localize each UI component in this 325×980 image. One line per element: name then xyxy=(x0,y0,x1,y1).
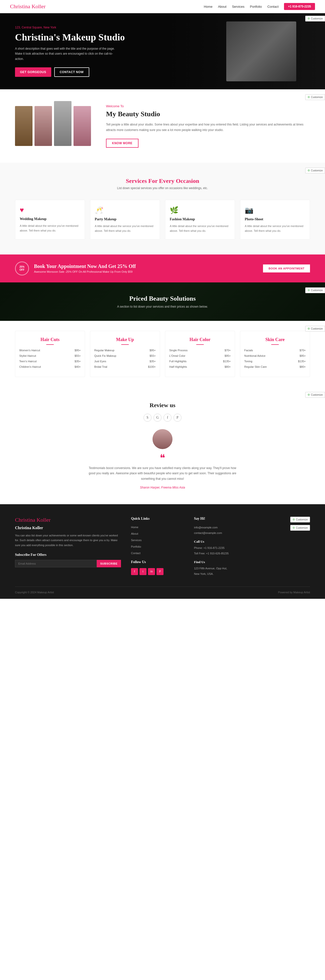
banner-subtitle: Awesome Monsoon Sale -25% OFF On All Pro… xyxy=(34,270,136,273)
about-image-2 xyxy=(35,106,52,146)
nav-links: Home About Services Portfolio Contact +1… xyxy=(204,3,315,10)
pricing-item: Full Highlights $135+ xyxy=(169,360,231,363)
get-gorgeous-button[interactable]: GET GORGEOUS xyxy=(15,67,51,77)
footer-link-contact[interactable]: Contact xyxy=(131,552,141,555)
footer-customize-btn-2[interactable]: Customize xyxy=(290,525,310,531)
nav-home[interactable]: Home xyxy=(204,5,213,8)
photo-service-desc: A little detail about the service you've… xyxy=(245,224,305,233)
banner-left: 25% OFF Book Your Appointment Now And Ge… xyxy=(15,261,136,275)
pricing-item: Bridal Trial $100+ xyxy=(94,365,156,368)
service-card-photo: 📷 Photo-Shoot A little detail about the … xyxy=(240,200,310,239)
haircuts-divider xyxy=(46,344,54,345)
pricing-card-haircolor: Hair Color Single Process $70+ L'Oreal C… xyxy=(165,331,235,377)
item-price: $55+ xyxy=(149,354,156,357)
reviews-customize-button[interactable]: Customize xyxy=(305,392,325,398)
banner-text: Book Your Appointment Now And Get 25% Of… xyxy=(34,264,136,273)
footer-sayhi-col: Say Hi! info@example.com contact@example… xyxy=(194,517,247,577)
footer-phone: Phone: +1 916-871-2235 xyxy=(194,545,247,550)
pricing-item: Half Highlights $80+ xyxy=(169,365,231,368)
pricing-item: Facials $70+ xyxy=(244,349,306,352)
nav-logo: Christina Koller xyxy=(10,3,45,10)
item-price: $35+ xyxy=(75,360,81,363)
item-name: Stylist Haircut xyxy=(19,354,36,357)
item-name: Women's Haircut xyxy=(19,349,40,352)
nav-phone[interactable]: +1 916-875-2235 xyxy=(284,3,315,10)
subscribe-email-input[interactable] xyxy=(15,560,97,567)
item-price: $95+ xyxy=(299,354,306,357)
subscribe-button[interactable]: SUBSCRIBE xyxy=(97,560,121,567)
quick-links-list: Home About Services Portfolio Contact xyxy=(131,525,184,555)
footer-toll: Toll Free: +1 910-626-85235 xyxy=(194,550,247,556)
review-text: Testimonials boost conversions. We are s… xyxy=(88,466,237,482)
nav-services[interactable]: Services xyxy=(232,5,245,8)
footer-link-portfolio[interactable]: Portfolio xyxy=(131,545,141,548)
social-icons: f t in P xyxy=(131,568,184,575)
hero-title: Christina's Makeup Studio xyxy=(15,32,125,43)
wedding-icon: ♥ xyxy=(20,206,80,214)
discount-badge: 25% OFF xyxy=(15,261,29,275)
discount-text: 25% OFF xyxy=(19,266,24,272)
footer-email2: contact@example.com xyxy=(194,530,247,536)
pricing-background: Priced Beauty Solutions A section to lis… xyxy=(0,282,325,321)
pricing-item: Quick Fix Makeup $55+ xyxy=(94,354,156,357)
pricing-item: Nutritional Advice $95+ xyxy=(244,354,306,357)
quick-links-title: Quick Links xyxy=(131,517,184,521)
snapchat-icon[interactable]: S xyxy=(144,414,152,422)
footer-grid: Christina Koller Christina Koller You ca… xyxy=(15,517,310,577)
footer-link-about[interactable]: About xyxy=(131,532,138,535)
photo-service-name: Photo-Shoot xyxy=(245,217,305,221)
pricing-customize-button[interactable]: Customize xyxy=(305,326,325,332)
know-more-button[interactable]: KNOW MORE xyxy=(106,139,139,148)
reviews-title: Review us xyxy=(15,402,310,409)
footer-brand-name: Christina Koller xyxy=(15,526,121,530)
footer-link-home[interactable]: Home xyxy=(131,526,138,529)
makeup-divider xyxy=(121,344,129,345)
item-price: $80+ xyxy=(224,365,231,368)
facebook-social-icon[interactable]: f xyxy=(131,568,138,575)
nav-about[interactable]: About xyxy=(218,5,226,8)
pinterest-icon[interactable]: P xyxy=(173,414,181,422)
pricing-bg-customize-button[interactable]: Customize xyxy=(305,287,325,293)
about-section-wrapper: Welcome To My Beauty Studio Tell people … xyxy=(0,89,325,163)
pricing-card-skincare: Skin Care Facials $70+ Nutritional Advic… xyxy=(240,331,310,377)
subscribe-title: Subscribe For Offers xyxy=(15,553,121,557)
about-customize-button[interactable]: Customize xyxy=(305,94,325,100)
pricing-card-haircuts: Hair Cuts Women's Haircut $95+ Stylist H… xyxy=(15,331,85,377)
footer-link-services[interactable]: Services xyxy=(131,539,141,542)
item-name: Teen's Haircut xyxy=(19,360,37,363)
twitter-social-icon[interactable]: t xyxy=(139,568,147,575)
about-welcome: Welcome To xyxy=(106,104,310,108)
item-name: Toning xyxy=(244,360,252,363)
hero-content: 123, Central Square, New York Christina'… xyxy=(0,13,140,89)
pricing-bg-wrapper: Priced Beauty Solutions A section to lis… xyxy=(0,282,325,321)
services-customize-button[interactable]: Customize xyxy=(305,168,325,173)
linkedin-social-icon[interactable]: in xyxy=(148,568,155,575)
footer-customize-btn-1[interactable]: Customize xyxy=(290,517,310,522)
item-price: $35+ xyxy=(149,360,156,363)
party-icon: 🥂 xyxy=(95,206,155,214)
book-appointment-button[interactable]: BOOK AN APPOINTMENT xyxy=(263,264,310,272)
pricing-item: Stylist Haircut $55+ xyxy=(19,354,81,357)
item-name: L'Oreal Color xyxy=(169,354,185,357)
hero-description: A short description that goes well with … xyxy=(15,46,115,61)
google-icon[interactable]: G xyxy=(154,414,162,422)
pricing-item: Women's Haircut $95+ xyxy=(19,349,81,352)
footer-brand-col: Christina Koller Christina Koller You ca… xyxy=(15,517,121,577)
item-price: $40+ xyxy=(75,365,81,368)
footer: Christina Koller Christina Koller You ca… xyxy=(0,504,325,599)
hero-customize-button[interactable]: Customize xyxy=(305,16,325,21)
navbar: Christina Koller Home About Services Por… xyxy=(0,0,325,13)
item-name: Regular Skin Care xyxy=(244,365,267,368)
about-image-3 xyxy=(54,101,72,146)
contact-now-button[interactable]: CONTACT NOW xyxy=(54,67,89,77)
facebook-icon[interactable]: f xyxy=(163,414,171,422)
pricing-bg-title: Priced Beauty Solutions xyxy=(15,295,310,302)
nav-portfolio[interactable]: Portfolio xyxy=(250,5,262,8)
services-section-wrapper: Services For Every Occasion List down sp… xyxy=(0,163,325,254)
pinterest-social-icon[interactable]: P xyxy=(157,568,163,575)
services-title: Services For Every Occasion xyxy=(15,178,310,185)
nav-contact[interactable]: Contact xyxy=(267,5,279,8)
hero: 123, Central Square, New York Christina'… xyxy=(0,13,325,89)
footer-address: 123 Fifth Avenue, Opp Hut, New York, USA… xyxy=(194,566,247,577)
wedding-service-desc: A little detail about the service you've… xyxy=(20,224,80,233)
